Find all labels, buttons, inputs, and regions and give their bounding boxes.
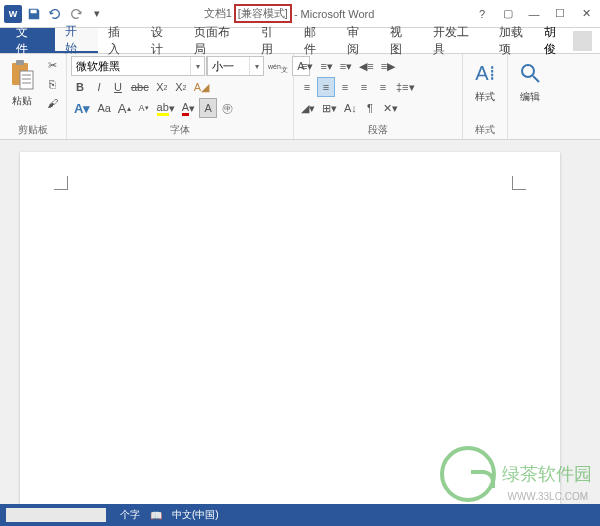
avatar[interactable] [573, 31, 592, 51]
font-name-combo[interactable]: 微软雅黑 ▾ [71, 56, 205, 76]
subscript-button[interactable]: X2 [153, 77, 171, 97]
close-icon[interactable]: ✕ [576, 6, 596, 22]
font-color-icon[interactable]: A▾ [179, 98, 198, 118]
tab-view[interactable]: 视图 [380, 28, 423, 53]
group-font: 微软雅黑 ▾ 小一 ▾ wén文 A B I U abc X2 X2 A◢ [67, 54, 294, 139]
save-icon[interactable] [25, 5, 43, 23]
app-name: - Microsoft Word [294, 8, 374, 20]
highlight-color-icon[interactable]: ab▾ [154, 98, 178, 118]
compatibility-mode-badge: [兼容模式] [234, 4, 292, 23]
phonetic-guide-icon[interactable]: wén文 [265, 56, 291, 76]
ribbon-options-icon[interactable]: ▢ [498, 6, 518, 22]
enclose-characters-icon[interactable]: ㊥ [218, 98, 236, 118]
paragraph-group-label: 段落 [298, 122, 458, 138]
svg-point-6 [522, 65, 534, 77]
svg-rect-1 [16, 60, 24, 65]
redo-icon[interactable] [67, 5, 85, 23]
group-clipboard: 粘贴 ✂ ⎘ 🖌 剪贴板 [0, 54, 67, 139]
paste-label: 粘贴 [12, 94, 32, 108]
tab-home[interactable]: 开始 [55, 28, 98, 53]
tab-review[interactable]: 审阅 [337, 28, 380, 53]
styles-button[interactable]: A⁞ 样式 [467, 56, 503, 106]
numbering-icon[interactable]: ≡▾ [317, 56, 335, 76]
user-name[interactable]: 胡俊 [544, 24, 567, 58]
svg-line-7 [533, 76, 539, 82]
align-left-icon[interactable]: ≡ [298, 77, 316, 97]
bullets-icon[interactable]: ≡▾ [298, 56, 316, 76]
tab-design[interactable]: 设计 [141, 28, 184, 53]
sort-icon[interactable]: A↓ [341, 98, 360, 118]
qat-customize-icon[interactable]: ▾ [88, 5, 106, 23]
user-area: 胡俊 [544, 28, 600, 53]
decrease-indent-icon[interactable]: ◀≡ [356, 56, 376, 76]
font-group-label: 字体 [71, 122, 289, 138]
shrink-font-icon[interactable]: A▾ [135, 98, 153, 118]
tab-mailings[interactable]: 邮件 [294, 28, 337, 53]
increase-indent-icon[interactable]: ≡▶ [378, 56, 398, 76]
status-proofing[interactable]: 📖 [150, 510, 162, 521]
editing-label: 编辑 [520, 90, 540, 104]
styles-label: 样式 [475, 90, 495, 104]
tab-developer[interactable]: 开发工具 [423, 28, 489, 53]
status-language[interactable]: 中文(中国) [172, 508, 219, 522]
editing-button[interactable]: 编辑 [512, 56, 548, 106]
justify-icon[interactable]: ≡ [355, 77, 373, 97]
group-styles: A⁞ 样式 样式 [463, 54, 508, 139]
font-size-value: 小一 [207, 57, 249, 75]
tab-file[interactable]: 文件 [0, 28, 55, 53]
paste-icon [8, 58, 36, 92]
distributed-icon[interactable]: ≡ [374, 77, 392, 97]
margin-corner-tr [512, 176, 526, 190]
styles-icon: A⁞ [471, 58, 499, 88]
window-controls: ? ▢ — ☐ ✕ [472, 6, 596, 22]
word-app-icon: W [4, 5, 22, 23]
words-label: 个字 [120, 508, 140, 522]
tab-insert[interactable]: 插入 [98, 28, 141, 53]
text-effects-icon[interactable]: A▾ [71, 98, 93, 118]
align-center-icon[interactable]: ≡ [317, 77, 335, 97]
align-right-icon[interactable]: ≡ [336, 77, 354, 97]
clear-formatting-icon[interactable]: A◢ [191, 77, 212, 97]
borders-icon[interactable]: ⊞▾ [319, 98, 340, 118]
tab-references[interactable]: 引用 [251, 28, 294, 53]
show-marks-icon[interactable]: ¶ [361, 98, 379, 118]
cut-icon[interactable]: ✂ [42, 56, 62, 74]
document-name: 文档1 [204, 6, 232, 21]
status-word-count[interactable]: 个字 [120, 508, 140, 522]
change-case-button[interactable]: Aa [94, 98, 113, 118]
underline-button[interactable]: U [109, 77, 127, 97]
page[interactable] [20, 152, 560, 504]
ribbon: 粘贴 ✂ ⎘ 🖌 剪贴板 微软雅黑 ▾ 小一 ▾ wén文 A [0, 54, 600, 140]
format-painter-icon[interactable]: 🖌 [42, 94, 62, 112]
document-area[interactable] [0, 140, 600, 504]
strikethrough-button[interactable]: abc [128, 77, 152, 97]
undo-icon[interactable] [46, 5, 64, 23]
paste-button[interactable]: 粘贴 [4, 56, 40, 110]
asian-layout-icon[interactable]: ✕▾ [380, 98, 401, 118]
quick-access-toolbar: W ▾ [4, 5, 106, 23]
copy-icon[interactable]: ⎘ [42, 75, 62, 93]
font-name-value: 微软雅黑 [72, 57, 190, 75]
minimize-icon[interactable]: — [524, 6, 544, 22]
multilevel-list-icon[interactable]: ≡▾ [337, 56, 355, 76]
bold-button[interactable]: B [71, 77, 89, 97]
italic-button[interactable]: I [90, 77, 108, 97]
help-icon[interactable]: ? [472, 6, 492, 22]
character-shading-icon[interactable]: A [199, 98, 217, 118]
grow-font-icon[interactable]: A▴ [115, 98, 134, 118]
svg-rect-2 [20, 71, 33, 89]
font-size-combo[interactable]: 小一 ▾ [206, 56, 264, 76]
clipboard-group-label: 剪贴板 [4, 122, 62, 138]
group-paragraph: ≡▾ ≡▾ ≡▾ ◀≡ ≡▶ ≡ ≡ ≡ ≡ ≡ ‡≡▾ ◢▾ ⊞▾ A↓ ¶ … [294, 54, 463, 139]
superscript-button[interactable]: X2 [172, 77, 190, 97]
status-page-info[interactable] [6, 508, 106, 522]
maximize-icon[interactable]: ☐ [550, 6, 570, 22]
chevron-down-icon: ▾ [190, 57, 204, 75]
tab-page-layout[interactable]: 页面布局 [184, 28, 250, 53]
shading-icon[interactable]: ◢▾ [298, 98, 318, 118]
tab-addins[interactable]: 加载项 [489, 28, 544, 53]
language-label: 中文(中国) [172, 508, 219, 522]
proofing-icon: 📖 [150, 510, 162, 521]
status-bar: 个字 📖 中文(中国) [0, 504, 600, 526]
line-spacing-icon[interactable]: ‡≡▾ [393, 77, 418, 97]
